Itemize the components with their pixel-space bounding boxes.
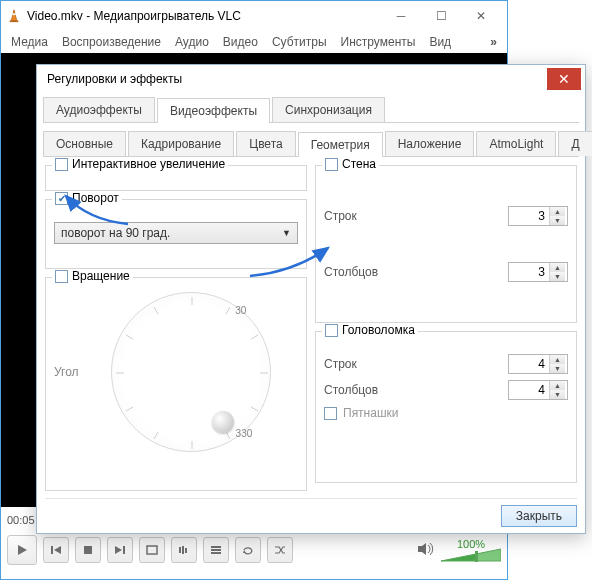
menu-media[interactable]: Медиа	[5, 33, 54, 51]
dialog-close-button[interactable]: ✕	[547, 68, 581, 90]
menu-playback[interactable]: Воспроизведение	[56, 33, 167, 51]
angle-dial[interactable]: 30 330	[111, 292, 271, 452]
input-wall-rows[interactable]	[509, 207, 549, 225]
svg-rect-10	[179, 547, 181, 553]
input-wall-cols[interactable]	[509, 263, 549, 281]
ext-settings-button[interactable]	[171, 537, 197, 563]
group-spin: Вращение Угол	[45, 277, 307, 491]
tab-sync[interactable]: Синхронизация	[272, 97, 385, 122]
label-wall-rows: Строк	[324, 209, 508, 223]
spin-up-icon[interactable]: ▲	[550, 263, 565, 272]
label-puzzle: Головоломка	[342, 323, 415, 337]
menu-tools[interactable]: Инструменты	[335, 33, 422, 51]
stop-button[interactable]	[75, 537, 101, 563]
next-button[interactable]	[107, 537, 133, 563]
vlc-cone-icon	[7, 9, 21, 23]
subtab-basic[interactable]: Основные	[43, 131, 126, 156]
svg-rect-1	[12, 13, 16, 15]
svg-rect-11	[182, 546, 184, 554]
label-wall-cols: Столбцов	[324, 265, 508, 279]
checkbox-rotate[interactable]: ✔	[55, 192, 68, 205]
spin-down-icon[interactable]: ▼	[550, 216, 565, 225]
svg-marker-5	[54, 546, 61, 554]
prev-button[interactable]	[43, 537, 69, 563]
play-button[interactable]	[7, 535, 37, 565]
speaker-icon	[417, 542, 435, 556]
label-wall: Стена	[342, 157, 376, 171]
svg-line-28	[226, 432, 230, 439]
tab-video-effects[interactable]: Видеоэффекты	[157, 98, 270, 123]
spin-up-icon[interactable]: ▲	[550, 207, 565, 216]
vlc-menubar: Медиа Воспроизведение Аудио Видео Субтит…	[1, 31, 507, 53]
menu-audio[interactable]: Аудио	[169, 33, 215, 51]
group-wall: Стена Строк ▲▼ Столбцов ▲▼	[315, 165, 577, 323]
svg-rect-13	[211, 546, 221, 548]
vlc-window-title: Video.mkv - Медиапроигрыватель VLC	[27, 9, 381, 23]
subtab-geometry[interactable]: Геометрия	[298, 132, 383, 157]
time-elapsed: 00:05	[7, 514, 35, 526]
svg-line-25	[226, 307, 230, 314]
checkbox-spin[interactable]	[55, 270, 68, 283]
volume-slider[interactable]	[441, 548, 501, 562]
spin-up-icon[interactable]: ▲	[550, 381, 565, 390]
subtab-more[interactable]: Д	[558, 131, 592, 156]
label-angle: Угол	[54, 365, 79, 379]
spin-down-icon[interactable]: ▼	[550, 364, 565, 373]
svg-line-26	[251, 335, 258, 339]
svg-marker-3	[18, 545, 27, 555]
effects-dialog: Регулировки и эффекты ✕ Аудиоэффекты Вид…	[36, 64, 586, 534]
menu-video[interactable]: Видео	[217, 33, 264, 51]
dialog-titlebar: Регулировки и эффекты ✕	[37, 65, 585, 93]
subtab-colors[interactable]: Цвета	[236, 131, 295, 156]
input-puzzle-cols[interactable]	[509, 381, 549, 399]
svg-rect-9	[147, 546, 157, 554]
spin-up-icon[interactable]: ▲	[550, 355, 565, 364]
spin-down-icon[interactable]: ▼	[550, 272, 565, 281]
subtab-crop[interactable]: Кадрирование	[128, 131, 234, 156]
group-puzzle: Головоломка Строк ▲▼ Столбцов ▲▼	[315, 331, 577, 483]
shuffle-button[interactable]	[267, 537, 293, 563]
spin-puzzle-cols[interactable]: ▲▼	[508, 380, 568, 400]
playlist-button[interactable]	[203, 537, 229, 563]
menu-overflow-icon[interactable]: »	[484, 33, 503, 51]
checkbox-puzzle[interactable]	[325, 324, 338, 337]
svg-line-31	[126, 335, 133, 339]
svg-line-27	[251, 407, 258, 411]
subtab-atmolight[interactable]: AtmoLight	[476, 131, 556, 156]
dialog-separator	[45, 498, 577, 499]
checkbox-fifteen[interactable]	[324, 407, 337, 420]
svg-rect-6	[84, 546, 92, 554]
svg-rect-20	[475, 551, 478, 562]
maximize-button[interactable]: ☐	[421, 2, 461, 30]
dialog-title: Регулировки и эффекты	[47, 72, 547, 86]
combo-rotate[interactable]: поворот на 90 град. ▼	[54, 222, 298, 244]
mute-button[interactable]	[417, 542, 435, 559]
checkbox-wall[interactable]	[325, 158, 338, 171]
svg-rect-12	[185, 548, 187, 553]
group-rotate: ✔ Поворот поворот на 90 град. ▼	[45, 199, 307, 269]
dialog-close-confirm-button[interactable]: Закрыть	[501, 505, 577, 527]
input-puzzle-rows[interactable]	[509, 355, 549, 373]
dial-tick-330: 330	[236, 428, 253, 439]
menu-view[interactable]: Вид	[423, 33, 457, 51]
loop-button[interactable]	[235, 537, 261, 563]
svg-rect-8	[123, 546, 125, 554]
subtab-overlay[interactable]: Наложение	[385, 131, 475, 156]
spin-puzzle-rows[interactable]: ▲▼	[508, 354, 568, 374]
svg-line-30	[126, 407, 133, 411]
label-puzzle-cols: Столбцов	[324, 383, 508, 397]
spin-down-icon[interactable]: ▼	[550, 390, 565, 399]
spin-wall-rows[interactable]: ▲▼	[508, 206, 568, 226]
close-window-button[interactable]: ✕	[461, 2, 501, 30]
fullscreen-button[interactable]	[139, 537, 165, 563]
menu-subtitles[interactable]: Субтитры	[266, 33, 333, 51]
tab-audio-effects[interactable]: Аудиоэффекты	[43, 97, 155, 122]
svg-rect-2	[10, 20, 19, 22]
label-fifteen: Пятнашки	[343, 406, 399, 420]
minimize-button[interactable]: ─	[381, 2, 421, 30]
chevron-down-icon: ▼	[282, 228, 291, 238]
svg-line-32	[154, 307, 158, 314]
checkbox-interactive-zoom[interactable]	[55, 158, 68, 171]
spin-wall-cols[interactable]: ▲▼	[508, 262, 568, 282]
svg-marker-17	[418, 543, 426, 555]
